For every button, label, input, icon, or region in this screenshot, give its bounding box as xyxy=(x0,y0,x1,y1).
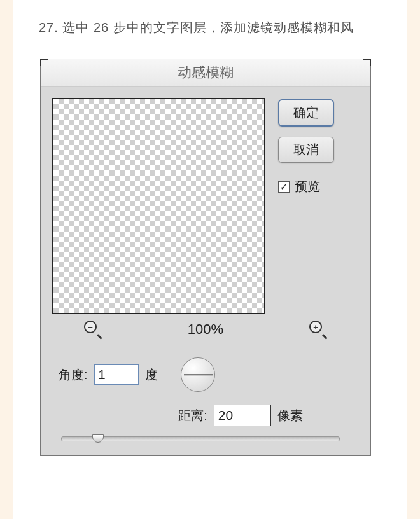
button-column: 确定 取消 ✓ 预览 xyxy=(278,98,359,314)
zoom-out-icon[interactable]: − xyxy=(84,321,102,338)
distance-row: 距离: 像素 xyxy=(52,405,359,426)
distance-label: 距离: xyxy=(178,407,207,424)
preview-checkbox-label: 预览 xyxy=(295,178,320,195)
cancel-button[interactable]: 取消 xyxy=(278,137,334,163)
preview-checkbox-row[interactable]: ✓ 预览 xyxy=(278,178,359,195)
ok-button[interactable]: 确定 xyxy=(278,99,334,127)
checkbox-checked-icon: ✓ xyxy=(278,181,290,193)
angle-row: 角度: 度 xyxy=(52,351,359,405)
zoom-controls: − 100% + xyxy=(52,314,359,351)
document-content: 27. 选中 26 步中的文字图层，添加滤镜动感模糊和风 动感模糊 确定 取消 … xyxy=(13,0,407,519)
distance-slider[interactable] xyxy=(61,436,340,441)
step-instruction: 27. 选中 26 步中的文字图层，添加滤镜动感模糊和风 xyxy=(39,15,381,39)
dialog-body: 确定 取消 ✓ 预览 − 100% + xyxy=(41,86,370,455)
angle-input[interactable] xyxy=(94,364,139,385)
preview-column xyxy=(52,98,265,314)
step-body: 选中 26 步中的文字图层，添加滤镜动感模糊和风 xyxy=(62,20,353,34)
slider-thumb-icon[interactable] xyxy=(92,434,104,443)
motion-blur-dialog: 动感模糊 确定 取消 ✓ 预览 − xyxy=(40,59,371,456)
dialog-title: 动感模糊 xyxy=(41,59,370,86)
angle-dial-icon[interactable] xyxy=(181,357,215,392)
distance-input[interactable] xyxy=(214,405,271,426)
angle-label: 角度: xyxy=(59,366,88,384)
preview-canvas[interactable] xyxy=(52,98,265,314)
step-number: 27. xyxy=(39,20,59,34)
zoom-in-icon[interactable]: + xyxy=(309,321,327,338)
distance-unit: 像素 xyxy=(277,407,303,424)
zoom-level-text: 100% xyxy=(188,321,223,338)
angle-unit: 度 xyxy=(145,366,158,384)
dialog-top-row: 确定 取消 ✓ 预览 xyxy=(52,98,359,314)
